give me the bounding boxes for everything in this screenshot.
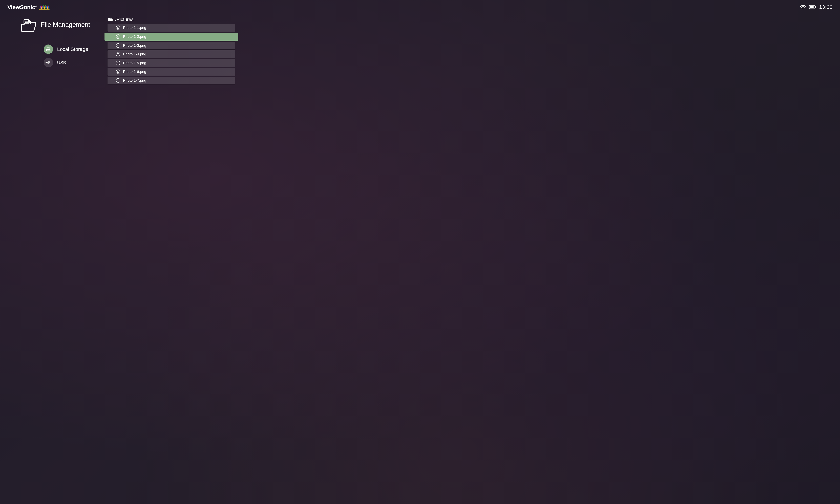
file-row[interactable]: Photo 1-4.png	[108, 50, 235, 58]
svg-point-26	[49, 61, 50, 62]
file-name: Photo 1-5.png	[123, 61, 146, 65]
svg-point-12	[47, 7, 49, 9]
file-name: Photo 1-7.png	[123, 78, 146, 83]
image-file-icon	[116, 43, 120, 48]
file-row[interactable]: Photo 1-6.png	[108, 68, 235, 76]
brand-text: ViewSonic®	[7, 4, 37, 11]
source-label: Local Storage	[57, 46, 88, 52]
file-row[interactable]: Photo 1-5.png	[108, 59, 235, 67]
file-management-icon	[20, 17, 36, 33]
image-file-icon	[116, 25, 120, 30]
image-file-icon	[116, 70, 120, 74]
svg-point-13	[803, 8, 804, 10]
battery-icon	[809, 5, 816, 9]
file-name: Photo 1-1.png	[123, 25, 146, 30]
file-row[interactable]: Photo 1-2.png	[105, 33, 238, 41]
page-title-row: File Management	[20, 17, 101, 33]
header: ViewSonic®	[0, 0, 840, 12]
svg-point-8	[43, 7, 46, 9]
svg-rect-15	[815, 6, 816, 8]
brand-birds-icon	[38, 4, 50, 11]
file-row[interactable]: Photo 1-3.png	[108, 42, 235, 49]
svg-rect-0	[39, 9, 50, 10]
file-row[interactable]: Photo 1-1.png	[108, 24, 235, 32]
file-browser: /Pictures Photo 1-1.pngPhoto 1-2.pngPhot…	[108, 17, 235, 497]
source-label: USB	[57, 60, 66, 65]
image-file-icon	[116, 61, 120, 65]
source-usb[interactable]: USB	[44, 58, 101, 67]
svg-rect-17	[811, 6, 812, 8]
drive-icon	[44, 44, 53, 54]
image-file-icon	[116, 52, 120, 56]
file-name: Photo 1-2.png	[123, 34, 146, 39]
file-row[interactable]: Photo 1-7.png	[108, 76, 235, 84]
usb-icon	[44, 58, 53, 67]
file-name: Photo 1-3.png	[123, 43, 146, 48]
page-title: File Management	[41, 21, 90, 29]
brand-logo: ViewSonic®	[7, 4, 50, 11]
sidebar: File Management Local Storage	[20, 17, 101, 497]
wifi-icon	[800, 5, 806, 10]
svg-point-4	[40, 7, 42, 9]
status-clock: 13:00	[819, 4, 833, 10]
content: File Management Local Storage	[0, 12, 840, 504]
file-list: Photo 1-1.pngPhoto 1-2.pngPhoto 1-3.pngP…	[108, 24, 235, 84]
current-path: /Pictures	[108, 17, 235, 22]
svg-rect-16	[810, 6, 811, 8]
path-text: /Pictures	[115, 17, 133, 22]
svg-point-3	[42, 6, 42, 6]
svg-rect-19	[814, 6, 814, 8]
svg-point-11	[48, 6, 48, 6]
svg-rect-27	[49, 63, 49, 64]
storage-sources: Local Storage	[20, 44, 101, 67]
svg-rect-18	[812, 6, 813, 8]
image-file-icon	[116, 34, 120, 39]
folder-icon	[108, 18, 112, 21]
source-local-storage[interactable]: Local Storage	[44, 44, 101, 54]
file-name: Photo 1-6.png	[123, 70, 146, 74]
svg-point-7	[45, 5, 45, 6]
file-name: Photo 1-4.png	[123, 52, 146, 56]
image-file-icon	[116, 78, 120, 83]
status-tray: 13:00	[800, 4, 833, 10]
